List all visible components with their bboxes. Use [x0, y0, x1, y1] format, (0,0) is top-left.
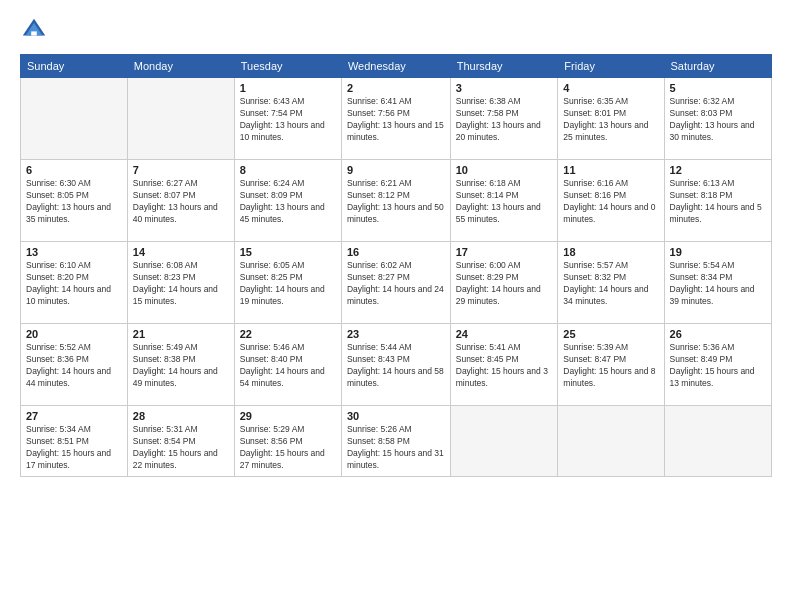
day-info: Sunrise: 6:05 AM Sunset: 8:25 PM Dayligh…	[240, 260, 336, 308]
calendar-cell: 11Sunrise: 6:16 AM Sunset: 8:16 PM Dayli…	[558, 160, 664, 242]
calendar-cell: 10Sunrise: 6:18 AM Sunset: 8:14 PM Dayli…	[450, 160, 558, 242]
day-info: Sunrise: 5:36 AM Sunset: 8:49 PM Dayligh…	[670, 342, 766, 390]
day-info: Sunrise: 5:41 AM Sunset: 8:45 PM Dayligh…	[456, 342, 553, 390]
day-info: Sunrise: 6:02 AM Sunset: 8:27 PM Dayligh…	[347, 260, 445, 308]
calendar-table: SundayMondayTuesdayWednesdayThursdayFrid…	[20, 54, 772, 477]
day-number: 1	[240, 82, 336, 94]
calendar-cell	[21, 78, 128, 160]
day-info: Sunrise: 5:26 AM Sunset: 8:58 PM Dayligh…	[347, 424, 445, 472]
svg-rect-2	[31, 31, 37, 35]
week-row-2: 6Sunrise: 6:30 AM Sunset: 8:05 PM Daylig…	[21, 160, 772, 242]
day-number: 4	[563, 82, 658, 94]
header	[20, 16, 772, 44]
week-row-4: 20Sunrise: 5:52 AM Sunset: 8:36 PM Dayli…	[21, 324, 772, 406]
calendar-cell: 20Sunrise: 5:52 AM Sunset: 8:36 PM Dayli…	[21, 324, 128, 406]
calendar-cell: 25Sunrise: 5:39 AM Sunset: 8:47 PM Dayli…	[558, 324, 664, 406]
day-number: 14	[133, 246, 229, 258]
day-number: 12	[670, 164, 766, 176]
day-number: 26	[670, 328, 766, 340]
day-info: Sunrise: 5:49 AM Sunset: 8:38 PM Dayligh…	[133, 342, 229, 390]
day-info: Sunrise: 5:29 AM Sunset: 8:56 PM Dayligh…	[240, 424, 336, 472]
day-info: Sunrise: 5:34 AM Sunset: 8:51 PM Dayligh…	[26, 424, 122, 472]
weekday-sunday: Sunday	[21, 55, 128, 78]
calendar-cell: 12Sunrise: 6:13 AM Sunset: 8:18 PM Dayli…	[664, 160, 771, 242]
day-number: 8	[240, 164, 336, 176]
calendar-cell: 18Sunrise: 5:57 AM Sunset: 8:32 PM Dayli…	[558, 242, 664, 324]
logo	[20, 16, 52, 44]
day-info: Sunrise: 6:32 AM Sunset: 8:03 PM Dayligh…	[670, 96, 766, 144]
day-info: Sunrise: 6:21 AM Sunset: 8:12 PM Dayligh…	[347, 178, 445, 226]
calendar-cell: 19Sunrise: 5:54 AM Sunset: 8:34 PM Dayli…	[664, 242, 771, 324]
calendar-cell: 16Sunrise: 6:02 AM Sunset: 8:27 PM Dayli…	[341, 242, 450, 324]
day-info: Sunrise: 6:27 AM Sunset: 8:07 PM Dayligh…	[133, 178, 229, 226]
calendar-cell: 17Sunrise: 6:00 AM Sunset: 8:29 PM Dayli…	[450, 242, 558, 324]
calendar-cell: 14Sunrise: 6:08 AM Sunset: 8:23 PM Dayli…	[127, 242, 234, 324]
day-number: 6	[26, 164, 122, 176]
day-number: 24	[456, 328, 553, 340]
calendar-cell: 15Sunrise: 6:05 AM Sunset: 8:25 PM Dayli…	[234, 242, 341, 324]
day-number: 20	[26, 328, 122, 340]
weekday-monday: Monday	[127, 55, 234, 78]
day-info: Sunrise: 6:18 AM Sunset: 8:14 PM Dayligh…	[456, 178, 553, 226]
day-number: 17	[456, 246, 553, 258]
calendar-cell: 29Sunrise: 5:29 AM Sunset: 8:56 PM Dayli…	[234, 406, 341, 477]
week-row-3: 13Sunrise: 6:10 AM Sunset: 8:20 PM Dayli…	[21, 242, 772, 324]
calendar-cell: 24Sunrise: 5:41 AM Sunset: 8:45 PM Dayli…	[450, 324, 558, 406]
weekday-saturday: Saturday	[664, 55, 771, 78]
day-number: 2	[347, 82, 445, 94]
calendar-cell: 8Sunrise: 6:24 AM Sunset: 8:09 PM Daylig…	[234, 160, 341, 242]
calendar-cell	[558, 406, 664, 477]
page: SundayMondayTuesdayWednesdayThursdayFrid…	[0, 0, 792, 612]
weekday-tuesday: Tuesday	[234, 55, 341, 78]
day-number: 9	[347, 164, 445, 176]
calendar-cell: 30Sunrise: 5:26 AM Sunset: 8:58 PM Dayli…	[341, 406, 450, 477]
day-info: Sunrise: 6:00 AM Sunset: 8:29 PM Dayligh…	[456, 260, 553, 308]
weekday-header-row: SundayMondayTuesdayWednesdayThursdayFrid…	[21, 55, 772, 78]
calendar-cell: 6Sunrise: 6:30 AM Sunset: 8:05 PM Daylig…	[21, 160, 128, 242]
calendar-cell: 23Sunrise: 5:44 AM Sunset: 8:43 PM Dayli…	[341, 324, 450, 406]
day-info: Sunrise: 5:39 AM Sunset: 8:47 PM Dayligh…	[563, 342, 658, 390]
day-info: Sunrise: 6:41 AM Sunset: 7:56 PM Dayligh…	[347, 96, 445, 144]
day-number: 28	[133, 410, 229, 422]
calendar-cell: 5Sunrise: 6:32 AM Sunset: 8:03 PM Daylig…	[664, 78, 771, 160]
day-info: Sunrise: 5:54 AM Sunset: 8:34 PM Dayligh…	[670, 260, 766, 308]
week-row-1: 1Sunrise: 6:43 AM Sunset: 7:54 PM Daylig…	[21, 78, 772, 160]
weekday-friday: Friday	[558, 55, 664, 78]
day-number: 23	[347, 328, 445, 340]
day-info: Sunrise: 5:52 AM Sunset: 8:36 PM Dayligh…	[26, 342, 122, 390]
weekday-thursday: Thursday	[450, 55, 558, 78]
day-number: 19	[670, 246, 766, 258]
day-info: Sunrise: 5:31 AM Sunset: 8:54 PM Dayligh…	[133, 424, 229, 472]
day-info: Sunrise: 6:16 AM Sunset: 8:16 PM Dayligh…	[563, 178, 658, 226]
day-number: 30	[347, 410, 445, 422]
day-info: Sunrise: 5:44 AM Sunset: 8:43 PM Dayligh…	[347, 342, 445, 390]
day-number: 11	[563, 164, 658, 176]
calendar-cell: 1Sunrise: 6:43 AM Sunset: 7:54 PM Daylig…	[234, 78, 341, 160]
calendar-cell	[127, 78, 234, 160]
day-number: 7	[133, 164, 229, 176]
logo-icon	[20, 16, 48, 44]
weekday-wednesday: Wednesday	[341, 55, 450, 78]
calendar-cell	[450, 406, 558, 477]
day-info: Sunrise: 6:13 AM Sunset: 8:18 PM Dayligh…	[670, 178, 766, 226]
calendar-cell	[664, 406, 771, 477]
day-number: 22	[240, 328, 336, 340]
day-info: Sunrise: 6:43 AM Sunset: 7:54 PM Dayligh…	[240, 96, 336, 144]
calendar-cell: 21Sunrise: 5:49 AM Sunset: 8:38 PM Dayli…	[127, 324, 234, 406]
day-info: Sunrise: 6:08 AM Sunset: 8:23 PM Dayligh…	[133, 260, 229, 308]
day-number: 18	[563, 246, 658, 258]
day-number: 29	[240, 410, 336, 422]
calendar-cell: 4Sunrise: 6:35 AM Sunset: 8:01 PM Daylig…	[558, 78, 664, 160]
day-number: 10	[456, 164, 553, 176]
calendar-cell: 26Sunrise: 5:36 AM Sunset: 8:49 PM Dayli…	[664, 324, 771, 406]
day-number: 15	[240, 246, 336, 258]
day-info: Sunrise: 5:46 AM Sunset: 8:40 PM Dayligh…	[240, 342, 336, 390]
calendar-cell: 2Sunrise: 6:41 AM Sunset: 7:56 PM Daylig…	[341, 78, 450, 160]
calendar-cell: 9Sunrise: 6:21 AM Sunset: 8:12 PM Daylig…	[341, 160, 450, 242]
calendar-cell: 27Sunrise: 5:34 AM Sunset: 8:51 PM Dayli…	[21, 406, 128, 477]
day-number: 3	[456, 82, 553, 94]
day-number: 5	[670, 82, 766, 94]
calendar-cell: 3Sunrise: 6:38 AM Sunset: 7:58 PM Daylig…	[450, 78, 558, 160]
calendar-cell: 28Sunrise: 5:31 AM Sunset: 8:54 PM Dayli…	[127, 406, 234, 477]
day-number: 13	[26, 246, 122, 258]
